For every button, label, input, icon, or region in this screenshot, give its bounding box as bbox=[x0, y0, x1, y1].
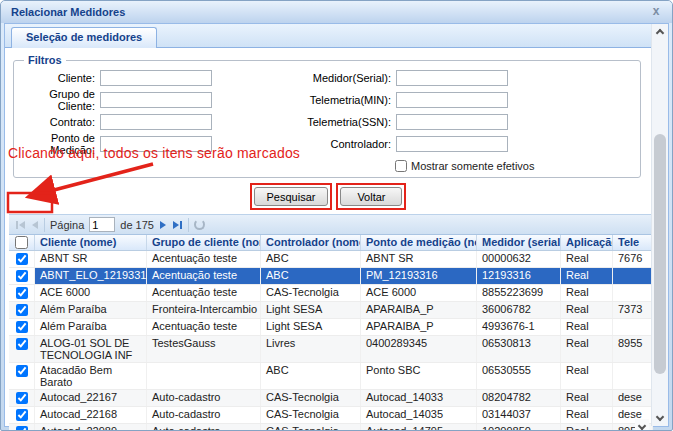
cell-telemetria bbox=[613, 319, 653, 335]
grupo-cliente-input[interactable] bbox=[100, 92, 212, 108]
contrato-input[interactable] bbox=[100, 114, 212, 130]
close-icon[interactable]: x bbox=[649, 4, 663, 18]
refresh-icon[interactable] bbox=[194, 219, 205, 230]
row-checkbox-cell bbox=[9, 407, 35, 423]
row-checkbox-cell bbox=[9, 302, 35, 318]
row-checkbox-cell bbox=[9, 424, 35, 431]
cell-telemetria bbox=[613, 363, 653, 389]
controlador-input[interactable] bbox=[396, 136, 508, 152]
column-header-aplicacao[interactable]: Aplicação bbox=[561, 235, 613, 250]
cell-telemetria bbox=[613, 285, 653, 301]
ponto-medicao-input[interactable] bbox=[100, 136, 212, 152]
cell-grupo-cliente: Acentuação teste bbox=[147, 251, 261, 267]
ponto-medicao-label: Ponto de Medição: bbox=[22, 132, 100, 156]
mostrar-somente-efetivos-checkbox[interactable] bbox=[395, 160, 407, 172]
table-row[interactable]: Além Paraíba Acentuação teste Light SESA… bbox=[9, 319, 653, 336]
cell-telemetria: 8955 bbox=[613, 336, 653, 362]
cell-aplicacao: Real bbox=[561, 407, 613, 423]
row-checkbox-cell bbox=[9, 390, 35, 406]
cell-medidor-serial: 4993676-1 bbox=[477, 319, 561, 335]
cliente-input[interactable] bbox=[100, 70, 212, 86]
tabstrip: Seleção de medidores bbox=[5, 24, 668, 48]
table-row[interactable]: ALOG-01 SOL DE TECNOLOGIA INF TestesGaus… bbox=[9, 336, 653, 363]
table-row[interactable]: Atacadão Bem Barato ABC Ponto SBC 065305… bbox=[9, 363, 653, 390]
cell-aplicacao: Real bbox=[561, 363, 613, 389]
cell-ponto-medicao: Autocad_14033 bbox=[361, 390, 477, 406]
table-row[interactable]: ABNT_ELO_1219331 Acentuação teste ABC PM… bbox=[9, 268, 653, 285]
row-checkbox[interactable] bbox=[16, 287, 28, 299]
medidor-serial-label: Medidor(Serial): bbox=[212, 72, 396, 84]
select-all-checkbox[interactable] bbox=[15, 236, 28, 249]
cell-controlador: ABC bbox=[261, 268, 361, 284]
page-number-input[interactable] bbox=[89, 217, 115, 232]
row-checkbox-cell bbox=[9, 319, 35, 335]
filters-fieldset: Filtros Cliente: Medidor(Serial): Grupo … bbox=[13, 54, 641, 178]
voltar-button[interactable]: Voltar bbox=[340, 187, 402, 206]
column-header-telemetria[interactable]: Tele bbox=[613, 235, 653, 250]
medidor-serial-input[interactable] bbox=[396, 70, 508, 86]
column-header-ponto-medicao[interactable]: Ponto de medição (nome) bbox=[361, 235, 477, 250]
row-checkbox[interactable] bbox=[16, 365, 28, 377]
column-header-medidor-serial[interactable]: Medidor (serial) bbox=[477, 235, 561, 250]
scroll-down-icon[interactable] bbox=[652, 410, 668, 424]
row-checkbox[interactable] bbox=[16, 426, 28, 431]
mostrar-somente-efetivos-label: Mostrar somente efetivos bbox=[411, 160, 535, 172]
window-frame: Seleção de medidores Filtros Cliente: Me… bbox=[4, 23, 669, 427]
row-checkbox-cell bbox=[9, 336, 35, 362]
next-page-icon[interactable] bbox=[159, 220, 167, 230]
cell-telemetria bbox=[613, 268, 653, 284]
first-page-icon[interactable] bbox=[15, 220, 26, 230]
pesquisar-button[interactable]: Pesquisar bbox=[254, 187, 329, 206]
controlador-label: Controlador: bbox=[212, 138, 396, 150]
prev-page-icon[interactable] bbox=[31, 220, 39, 230]
grid-scroll-down-icon[interactable] bbox=[635, 419, 649, 431]
cell-grupo-cliente: Auto-cadastro bbox=[147, 390, 261, 406]
telemetria-ssn-input[interactable] bbox=[396, 114, 508, 130]
table-row[interactable]: Autocad_22168 Auto-cadastro CAS-Tecnolgi… bbox=[9, 407, 653, 424]
cell-medidor-serial: 06530813 bbox=[477, 336, 561, 362]
cell-aplicacao: Real bbox=[561, 424, 613, 431]
annotation-box-voltar: Voltar bbox=[336, 183, 406, 210]
cell-ponto-medicao: Autocad_14795 bbox=[361, 424, 477, 431]
tab-selecao-de-medidores[interactable]: Seleção de medidores bbox=[11, 27, 157, 48]
cell-medidor-serial: 36006782 bbox=[477, 302, 561, 318]
paging-toolbar: Página de 175 bbox=[9, 214, 651, 235]
cell-cliente: ABNT SR bbox=[35, 251, 147, 267]
cell-ponto-medicao: 0400289345 bbox=[361, 336, 477, 362]
column-header-controlador[interactable]: Controlador (nome) bbox=[261, 235, 361, 250]
cell-controlador: Light SESA bbox=[261, 302, 361, 318]
table-row[interactable]: ACE 6000 Acentuação teste CAS-Tecnolgia … bbox=[9, 285, 653, 302]
vertical-scroll-thumb[interactable] bbox=[654, 134, 666, 374]
row-checkbox[interactable] bbox=[16, 304, 28, 316]
row-checkbox[interactable] bbox=[16, 270, 28, 282]
cell-medidor-serial: 08204782 bbox=[477, 390, 561, 406]
relacionar-medidores-window: Relacionar Medidores x Seleção de medido… bbox=[0, 0, 673, 431]
grupo-cliente-label: Grupo de Cliente: bbox=[22, 88, 100, 112]
telemetria-min-input[interactable] bbox=[396, 92, 508, 108]
row-checkbox[interactable] bbox=[16, 409, 28, 421]
window-titlebar: Relacionar Medidores x bbox=[1, 1, 672, 23]
cell-controlador: ABC bbox=[261, 363, 361, 389]
cell-ponto-medicao: APARAIBA_P bbox=[361, 319, 477, 335]
cell-ponto-medicao: Ponto SBC bbox=[361, 363, 477, 389]
table-row[interactable]: Autocad_22989 Auto-cadastro CAS-Tecnolgi… bbox=[9, 424, 653, 431]
cell-ponto-medicao: ACE 6000 bbox=[361, 285, 477, 301]
telemetria-min-label: Telemetria(MIN): bbox=[212, 94, 396, 106]
cell-cliente: Além Paraíba bbox=[35, 319, 147, 335]
cell-aplicacao: Real bbox=[561, 285, 613, 301]
cell-aplicacao: Real bbox=[561, 268, 613, 284]
column-header-grupo-cliente[interactable]: Grupo de cliente (nome) bbox=[147, 235, 261, 250]
column-header-cliente[interactable]: Cliente (nome) bbox=[35, 235, 147, 250]
scroll-up-icon[interactable] bbox=[652, 26, 668, 40]
table-row[interactable]: Autocad_22167 Auto-cadastro CAS-Tecnolgi… bbox=[9, 390, 653, 407]
table-row[interactable]: ABNT SR Acentuação teste ABC ABNT SR 000… bbox=[9, 251, 653, 268]
cell-cliente: Além Paraíba bbox=[35, 302, 147, 318]
row-checkbox[interactable] bbox=[16, 392, 28, 404]
row-checkbox[interactable] bbox=[16, 338, 28, 350]
row-checkbox[interactable] bbox=[16, 253, 28, 265]
row-checkbox[interactable] bbox=[16, 321, 28, 333]
cell-cliente: ACE 6000 bbox=[35, 285, 147, 301]
last-page-icon[interactable] bbox=[172, 220, 183, 230]
table-row[interactable]: Além Paraíba Fronteira-Intercambio Light… bbox=[9, 302, 653, 319]
cell-grupo-cliente: Acentuação teste bbox=[147, 268, 261, 284]
